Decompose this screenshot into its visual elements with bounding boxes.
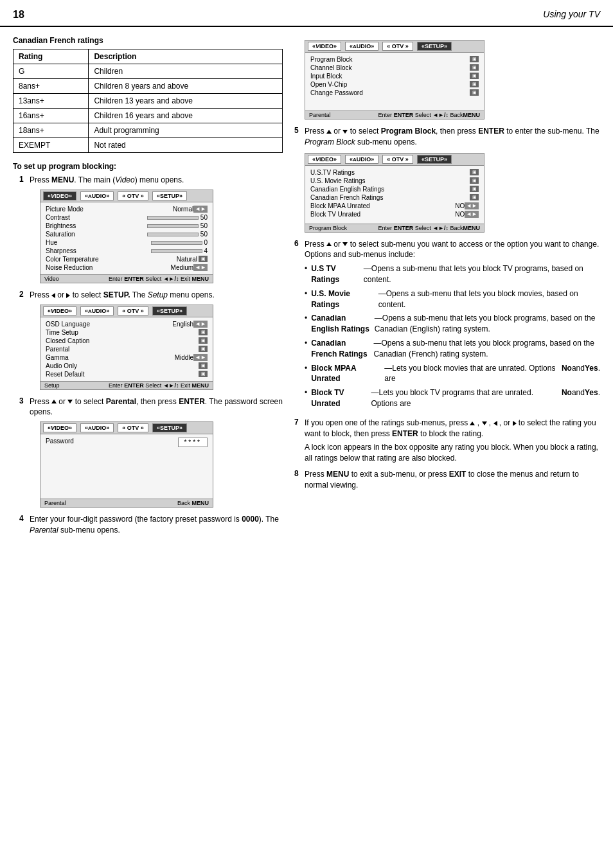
table-cell: Children 13 years and above <box>89 94 283 109</box>
s4-tab-video: «VIDEO» <box>308 42 341 51</box>
table-cell: 13ans+ <box>13 94 89 109</box>
step-1-content: Press MENU. The main (Video) menu opens. <box>30 175 184 186</box>
table-cell: Children 8 years and above <box>89 79 283 94</box>
step-7-content: If you open one of the ratings sub-menus… <box>305 418 600 464</box>
s3-tab-audio: «AUDIO» <box>80 423 114 432</box>
step-5: 5 Press or to select Program Block, then… <box>294 126 600 148</box>
screen-1: «VIDEO» «AUDIO» « OTV » «SETUP» Picture … <box>30 190 283 283</box>
tab-video: «VIDEO» <box>43 191 76 200</box>
s5-tab-audio: «AUDIO» <box>345 155 378 164</box>
screen4-content: Program Block▣ Channel Block▣ Input Bloc… <box>305 53 484 111</box>
s2-tab-otv: « OTV » <box>118 306 148 315</box>
step-6: 6 Press or to select sub-menu you want t… <box>294 239 600 412</box>
step-7-label: 7 <box>294 418 305 464</box>
left-column: Canadian French ratings Rating Descripti… <box>13 36 283 538</box>
screen4-menubar: «VIDEO» «AUDIO» « OTV » «SETUP» <box>305 40 484 53</box>
screen1-content: Picture ModeNormal◄► Contrast 50 Brightn… <box>40 202 213 274</box>
ratings-table: Rating Description GChildren8ans+Childre… <box>13 49 283 153</box>
right-column: «VIDEO» «AUDIO» « OTV » «SETUP» Program … <box>294 36 600 496</box>
table-cell: Children 16 years and above <box>89 109 283 123</box>
screen2-menubar: «VIDEO» «AUDIO» « OTV » «SETUP» <box>40 305 213 317</box>
step-3-content: Press or to select Parental, then press … <box>30 396 283 418</box>
table-cell: 16ans+ <box>13 109 89 123</box>
s4-tab-otv: « OTV » <box>382 42 413 51</box>
table-cell: Children <box>89 64 283 79</box>
screen1-statusbar: Video Enter ENTER Select ◄►/↕ Exit MENU <box>40 274 213 283</box>
step-3: 3 Press or to select Parental, then pres… <box>13 396 283 418</box>
step-2: 2 Press or to select SETUP. The Setup me… <box>13 290 283 301</box>
table-cell: Not rated <box>89 138 283 153</box>
screen3-menubar: «VIDEO» «AUDIO» « OTV » «SETUP» <box>40 422 213 434</box>
s2-tab-audio: «AUDIO» <box>80 306 114 315</box>
col-rating: Rating <box>13 49 89 64</box>
step-1: 1 Press MENU. The main (Video) menu open… <box>13 175 283 186</box>
screen-4: «VIDEO» «AUDIO» « OTV » «SETUP» Program … <box>294 40 600 120</box>
step-4-label: 4 <box>19 514 30 536</box>
table-cell: Adult programming <box>89 123 283 138</box>
tab-setup: «SETUP» <box>152 191 187 200</box>
screen1-menubar: «VIDEO» «AUDIO» « OTV » «SETUP» <box>40 190 213 202</box>
page-title: Using your TV <box>543 9 600 21</box>
screen-5: «VIDEO» «AUDIO» « OTV » «SETUP» U.S.TV R… <box>294 153 600 233</box>
step-5-content: Press or to select Program Block, then p… <box>305 126 600 148</box>
step-8: 8 Press MENU to exit a sub-menu, or pres… <box>294 469 600 491</box>
screen5-content: U.S.TV Ratings▣ U.S. Movie Ratings▣ Cana… <box>305 166 484 224</box>
s2-tab-setup: «SETUP» <box>152 306 187 315</box>
step-5-label: 5 <box>294 126 305 148</box>
bullet-us-tv: U.S TV Ratings—Opens a sub-menu that let… <box>305 263 600 285</box>
table-cell: 18ans+ <box>13 123 89 138</box>
tab-audio: «AUDIO» <box>80 191 114 200</box>
step-2-content: Press or to select SETUP. The Setup menu… <box>30 290 215 301</box>
step-8-content: Press MENU to exit a sub-menu, or press … <box>305 469 600 491</box>
bullet-us-movie: U.S. Movie Ratings—Opens a sub-menu that… <box>305 288 600 310</box>
setup-section: To set up program blocking: 1 Press MENU… <box>13 162 283 536</box>
s5-tab-video: «VIDEO» <box>308 155 341 164</box>
screen3-content: Password **** <box>40 434 213 499</box>
screen3-statusbar: Parental Back MENU <box>40 499 213 507</box>
step-2-label: 2 <box>19 290 30 301</box>
step-6-label: 6 <box>294 239 305 412</box>
s3-tab-setup: «SETUP» <box>152 423 187 432</box>
s3-tab-video: «VIDEO» <box>43 423 76 432</box>
screen5-statusbar: Program Block Enter ENTER Select ◄►/↕ Ba… <box>305 224 484 232</box>
step-4: 4 Enter your four-digit password (the fa… <box>13 514 283 536</box>
s4-tab-setup: «SETUP» <box>417 42 452 51</box>
table-cell: G <box>13 64 89 79</box>
s4-tab-audio: «AUDIO» <box>345 42 378 51</box>
col-description: Description <box>89 49 283 64</box>
screen2-content: OSD LanguageEnglish◄► Time Setup▣ Closed… <box>40 317 213 381</box>
page-number: 18 <box>13 9 24 21</box>
step-7: 7 If you open one of the ratings sub-men… <box>294 418 600 464</box>
bullet-mpaa: Block MPAA Unrated—Lets you block movies… <box>305 363 600 385</box>
screen-3: «VIDEO» «AUDIO» « OTV » «SETUP» Password… <box>30 421 283 508</box>
screen5-menubar: «VIDEO» «AUDIO» « OTV » «SETUP» <box>305 154 484 166</box>
bullet-tv-unrated: Block TV Unrated—Lets you block TV progr… <box>305 387 600 409</box>
screen-2: «VIDEO» «AUDIO» « OTV » «SETUP» OSD Lang… <box>30 305 283 390</box>
ratings-title: Canadian French ratings <box>13 36 283 45</box>
table-cell: EXEMPT <box>13 138 89 153</box>
step-4-content: Enter your four-digit password (the fact… <box>30 514 283 536</box>
tab-otv: « OTV » <box>118 191 148 200</box>
step-1-label: 1 <box>19 175 30 186</box>
s3-tab-otv: « OTV » <box>118 423 148 432</box>
setup-title: To set up program blocking: <box>13 162 283 171</box>
bullet-can-fr: Canadian French Ratings—Opens a sub-menu… <box>305 338 600 360</box>
s5-tab-setup: «SETUP» <box>417 155 452 164</box>
s5-tab-otv: « OTV » <box>382 155 413 164</box>
s2-tab-video: «VIDEO» <box>43 306 76 315</box>
ratings-section: Canadian French ratings Rating Descripti… <box>13 36 283 153</box>
step-6-content: Press or to select sub-menu you want to … <box>305 239 600 412</box>
step-8-label: 8 <box>294 469 305 491</box>
table-cell: 8ans+ <box>13 79 89 94</box>
step-3-label: 3 <box>19 396 30 418</box>
screen4-statusbar: Parental Enter ENTER Select ◄►/↕ BackMEN… <box>305 111 484 119</box>
screen2-statusbar: Setup Enter ENTER Select ◄►/↕ Exit MENU <box>40 381 213 389</box>
bullet-can-eng: Canadian English Ratings—Opens a sub-men… <box>305 313 600 335</box>
